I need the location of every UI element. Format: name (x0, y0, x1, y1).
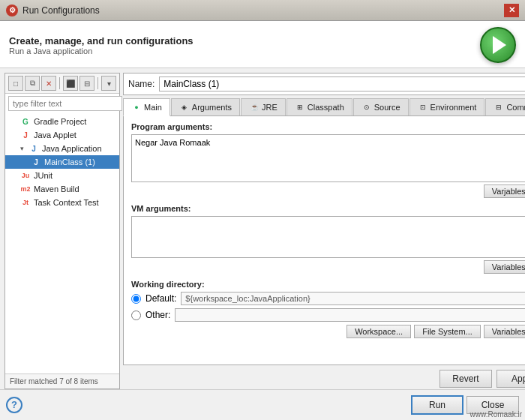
name-input[interactable] (159, 76, 525, 92)
window-title: Run Configurations (22, 5, 100, 16)
other-label: Other: (146, 310, 170, 320)
delete-button[interactable]: ✕ (41, 76, 56, 91)
new-config-button[interactable]: □ (8, 76, 23, 91)
main-content: □ ⧉ ✕ ⬛ ⊟ ▾ G Gradle Project J Java Appl… (0, 68, 525, 389)
bottom-bar: ? Run Close (0, 389, 525, 419)
args-tab-icon: ◈ (179, 102, 190, 112)
header-area: Create, manage, and run configurations R… (0, 21, 525, 68)
sidebar-item-label: Java Application (42, 144, 102, 153)
sidebar-item-task[interactable]: Jt Task Context Test (5, 196, 119, 209)
vars-btn-row-2: Variables... (131, 260, 525, 274)
working-dir-section: Working directory: Default: Other: Works… (131, 280, 525, 338)
sidebar-item-label: JUnit (34, 171, 52, 180)
filesystem-button[interactable]: File System... (414, 325, 481, 338)
tab-label: Main (144, 103, 162, 112)
header-text: Create, manage, and run configurations R… (9, 35, 194, 56)
sidebar-item-gradle[interactable]: G Gradle Project (5, 115, 119, 128)
tab-label: Environment (430, 103, 477, 112)
config-panel: Program arguments: ▲ ▼ Varjables... VM a… (123, 116, 525, 365)
header-subtitle: Run a Java application (9, 46, 194, 56)
java-app-icon: J (28, 143, 39, 154)
app-icon: ⚙ (6, 4, 18, 16)
sidebar-item-mainclass[interactable]: J MainClass (1) (5, 155, 119, 169)
tab-label: Source (374, 103, 400, 112)
run-button[interactable] (480, 27, 516, 63)
default-label: Default: (146, 293, 176, 304)
tab-label: Arguments (192, 103, 232, 112)
vm-args-input[interactable] (131, 216, 525, 258)
variables-button-1[interactable]: Varjables... (484, 184, 525, 198)
duplicate-button[interactable]: ⧉ (25, 76, 40, 91)
tab-label: Classpath (308, 103, 344, 112)
filter-input[interactable] (8, 96, 122, 111)
name-row: Name: (123, 73, 525, 95)
jre-tab-icon: ☕ (249, 102, 260, 112)
task-icon: Jt (20, 197, 31, 208)
applet-icon: J (20, 130, 31, 140)
maven-icon: m2 (20, 184, 31, 194)
header-title: Create, manage, and run configurations (9, 35, 194, 46)
toolbar-separator (59, 77, 60, 89)
mainclass-icon: J (31, 157, 41, 167)
tab-common[interactable]: ⊟ Common (485, 98, 525, 116)
expand-arrow: ▾ (20, 145, 24, 152)
name-label: Name: (128, 79, 154, 89)
run-triangle-icon (493, 36, 506, 54)
sidebar-item-java-app[interactable]: ▾ J Java Application (5, 142, 119, 155)
revert-button[interactable]: Revert (440, 370, 492, 388)
variables-button-2[interactable]: Variables... (484, 260, 525, 274)
sidebar-item-label: Gradle Project (34, 117, 86, 126)
sidebar-item-label: Task Context Test (34, 198, 99, 207)
collapse-button[interactable]: ⊟ (80, 76, 94, 91)
run-action-button[interactable]: Run (411, 395, 464, 415)
default-radio-row: Default: (131, 292, 525, 305)
sidebar-item-applet[interactable]: J Java Applet (5, 128, 119, 142)
export-button[interactable]: ⬛ (63, 76, 78, 91)
tab-environment[interactable]: ⊡ Environment (410, 98, 485, 116)
vm-args-area: ▲ ▼ (131, 216, 525, 258)
revert-apply-row: Revert Apply (123, 365, 525, 389)
program-args-area: ▲ ▼ (131, 134, 525, 182)
close-window-button[interactable]: ✕ (504, 4, 519, 17)
tab-arguments[interactable]: ◈ Arguments (171, 98, 240, 116)
variables-button-3[interactable]: Variables... (484, 325, 525, 338)
tab-jre[interactable]: ☕ JRE (241, 98, 286, 116)
more-button[interactable]: ▾ (101, 76, 116, 91)
right-panel: Name: ● Main ◈ Arguments ☕ JRE ⊞ Classpa… (123, 73, 525, 389)
sidebar-item-label: Java Applet (34, 130, 76, 140)
tab-label: Common (506, 103, 525, 112)
classpath-tab-icon: ⊞ (295, 102, 305, 112)
sidebar-toolbar: □ ⧉ ✕ ⬛ ⊟ ▾ (5, 74, 119, 94)
workspace-button[interactable]: Workspace... (346, 325, 411, 338)
toolbar-separator2 (98, 77, 98, 89)
tab-classpath[interactable]: ⊞ Classpath (286, 98, 352, 116)
common-tab-icon: ⊟ (494, 102, 504, 112)
source-tab-icon: ⊙ (362, 102, 372, 112)
sidebar-item-junit[interactable]: Ju JUnit (5, 169, 119, 182)
tree-area: G Gradle Project J Java Applet ▾ J Java … (5, 113, 119, 374)
filter-status: Filter matched 7 of 8 items (5, 374, 119, 388)
other-radio-row: Other: (131, 308, 525, 322)
other-radio[interactable] (131, 310, 141, 320)
help-button[interactable]: ? (6, 397, 22, 413)
sidebar-item-label: MainClass (1) (44, 158, 95, 166)
vm-args-label: VM arguments: (131, 204, 525, 213)
tab-source[interactable]: ⊙ Source (353, 98, 409, 116)
main-tab-icon: ● (131, 102, 142, 112)
junit-icon: Ju (20, 170, 31, 181)
title-bar: ⚙ Run Configurations ✕ (0, 0, 525, 21)
working-dir-label: Working directory: (131, 280, 525, 289)
workspace-buttons: Workspace... File System... Variables... (131, 325, 525, 338)
other-dir-input[interactable] (175, 308, 525, 322)
tab-main[interactable]: ● Main (123, 98, 170, 116)
program-args-input[interactable] (131, 134, 525, 182)
default-dir-input[interactable] (181, 292, 525, 305)
gradle-icon: G (20, 116, 31, 127)
sidebar-item-label: Maven Build (34, 184, 80, 194)
program-args-label: Program arguments: (131, 122, 525, 131)
sidebar: □ ⧉ ✕ ⬛ ⊟ ▾ G Gradle Project J Java Appl… (4, 73, 120, 389)
default-radio[interactable] (131, 294, 141, 304)
apply-button[interactable]: Apply (496, 370, 525, 388)
sidebar-item-maven[interactable]: m2 Maven Build (5, 182, 119, 196)
vars-btn-row-1: Varjables... (131, 184, 525, 198)
